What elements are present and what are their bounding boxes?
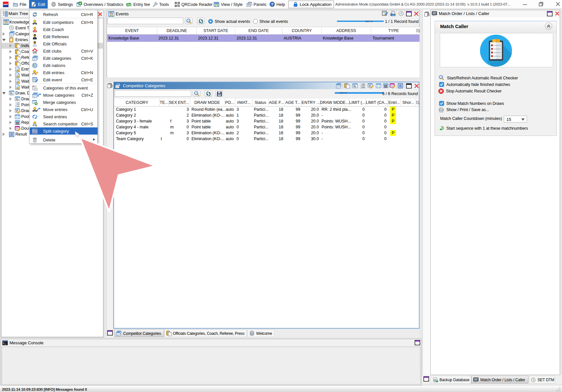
svg-text:?: ? [271, 2, 273, 6]
